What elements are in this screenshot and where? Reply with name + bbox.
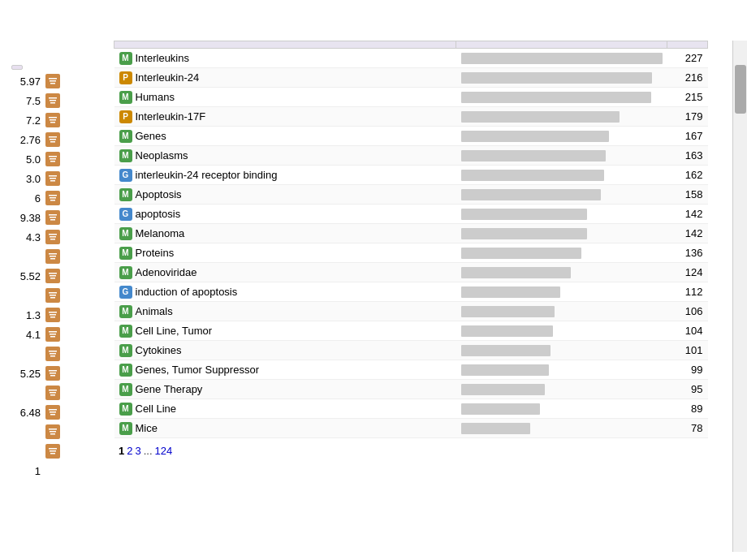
- scrollbar-thumb[interactable]: [735, 65, 746, 114]
- pagination-page[interactable]: 124: [155, 445, 173, 457]
- svg-rect-40: [50, 334, 56, 335]
- term-text: Adenoviridae: [136, 266, 197, 278]
- svg-rect-7: [50, 119, 56, 121]
- table-row[interactable]: Ginterleukin-24 receptor binding162: [114, 166, 708, 185]
- svg-rect-42: [49, 351, 57, 352]
- table-row[interactable]: MGenes, Tumor Suppressor99: [114, 360, 708, 380]
- pub-count: 179: [667, 107, 708, 127]
- terms-table-body: MInterleukins227PInterleukin-24216MHuman…: [114, 49, 708, 438]
- if-icon[interactable]: [45, 308, 60, 322]
- if-icon[interactable]: [45, 74, 60, 88]
- if-icon[interactable]: [45, 386, 60, 400]
- svg-rect-25: [50, 236, 56, 238]
- term-cell: MProteins: [114, 243, 456, 263]
- term-badge: G: [119, 208, 132, 221]
- bar-cell: [456, 243, 667, 263]
- sidebar-row: [0, 422, 114, 442]
- if-icon[interactable]: [45, 210, 60, 225]
- svg-rect-28: [50, 256, 56, 257]
- bar-cell: [456, 419, 667, 438]
- if-icon[interactable]: [45, 424, 60, 439]
- term-cell: PInterleukin-17F: [114, 107, 456, 127]
- if-icon[interactable]: [45, 327, 60, 342]
- svg-rect-22: [50, 217, 56, 218]
- if-icon[interactable]: [45, 249, 60, 264]
- pub-count: 142: [667, 224, 708, 243]
- if-icon[interactable]: [45, 191, 60, 205]
- table-row[interactable]: MProteins136: [114, 243, 708, 263]
- table-row[interactable]: Ginduction of apoptosis112: [114, 282, 708, 302]
- svg-rect-52: [50, 411, 56, 413]
- term-cell: MGenes, Tumor Suppressor: [114, 360, 456, 380]
- if-icon[interactable]: [45, 347, 60, 361]
- table-row[interactable]: MGene Therapy95: [114, 380, 708, 399]
- table-row[interactable]: MMice78: [114, 419, 708, 438]
- svg-rect-58: [50, 450, 56, 452]
- svg-rect-20: [50, 200, 55, 201]
- svg-rect-16: [50, 178, 56, 179]
- pub-count: 104: [667, 321, 708, 341]
- if-icon[interactable]: [45, 288, 60, 303]
- sidebar-rows: 5.977.57.22.765.03.069.384.35.521.34.15.…: [0, 71, 114, 480]
- if-icon[interactable]: [45, 152, 60, 166]
- term-cell: MHumans: [114, 88, 456, 107]
- if-icon[interactable]: [45, 113, 60, 127]
- svg-rect-26: [50, 239, 55, 240]
- svg-rect-29: [50, 258, 55, 260]
- table-row[interactable]: PInterleukin-17F179: [114, 107, 708, 127]
- if-score: 7.5: [8, 95, 41, 107]
- pagination-page[interactable]: 3: [135, 445, 140, 457]
- term-badge: G: [119, 169, 132, 182]
- term-cell: PInterleukin-24: [114, 68, 456, 88]
- term-cell: MMice: [114, 419, 456, 438]
- term-cell: MMelanoma: [114, 224, 456, 243]
- table-row[interactable]: MAdenoviridae124: [114, 263, 708, 282]
- table-row[interactable]: MInterleukins227: [114, 49, 708, 68]
- pub-count: 106: [667, 302, 708, 321]
- svg-rect-14: [50, 161, 55, 162]
- scrollbar[interactable]: [732, 41, 747, 552]
- sidebar-row: [0, 344, 114, 364]
- if-score: 4.3: [8, 231, 41, 243]
- if-icon[interactable]: [45, 269, 60, 283]
- if-icon[interactable]: [45, 93, 60, 108]
- bar-cell: [456, 380, 667, 399]
- svg-rect-10: [50, 139, 56, 140]
- if-icon[interactable]: [45, 405, 60, 420]
- table-row[interactable]: Gapoptosis142: [114, 205, 708, 224]
- svg-rect-8: [50, 122, 55, 123]
- table-row[interactable]: MCell Line, Tumor104: [114, 321, 708, 341]
- if-icon[interactable]: [45, 444, 60, 459]
- if-icon[interactable]: [45, 366, 60, 381]
- table-row[interactable]: MHumans215: [114, 88, 708, 107]
- table-row[interactable]: MCytokines101: [114, 341, 708, 360]
- sidebar-row: [0, 383, 114, 403]
- table-row[interactable]: MCell Line89: [114, 399, 708, 419]
- col-header-publications: [456, 41, 667, 49]
- term-text: Gene Therapy: [136, 383, 203, 395]
- if-icon[interactable]: [45, 171, 60, 186]
- pub-count: 162: [667, 166, 708, 185]
- if-score: 1: [8, 465, 41, 477]
- term-badge: M: [119, 130, 132, 143]
- sidebar-row: 1: [0, 461, 114, 480]
- table-row[interactable]: PInterleukin-24216: [114, 68, 708, 88]
- table-row[interactable]: MGenes167: [114, 127, 708, 146]
- table-row[interactable]: MAnimals106: [114, 302, 708, 321]
- svg-rect-50: [50, 394, 55, 396]
- svg-rect-3: [49, 97, 57, 99]
- term-text: Apoptosis: [136, 188, 182, 200]
- table-row[interactable]: MMelanoma142: [114, 224, 708, 243]
- table-row[interactable]: MNeoplasms163: [114, 146, 708, 166]
- if-icon[interactable]: [45, 230, 60, 244]
- table-row[interactable]: MApoptosis158: [114, 185, 708, 205]
- term-badge: M: [119, 383, 132, 396]
- sidebar-row: 7.2: [0, 110, 114, 130]
- top-label[interactable]: [11, 65, 23, 70]
- sidebar-header: [0, 65, 114, 70]
- svg-rect-6: [49, 117, 57, 118]
- pagination-page[interactable]: 2: [127, 445, 132, 457]
- term-text: apoptosis: [136, 208, 181, 220]
- sidebar-row: 9.38: [0, 208, 114, 227]
- if-icon[interactable]: [45, 132, 60, 147]
